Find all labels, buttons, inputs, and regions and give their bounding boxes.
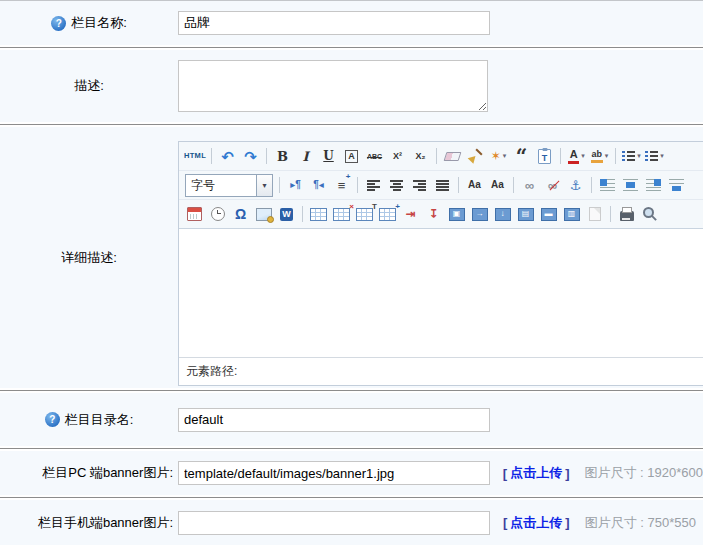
toolbar-separator [591,177,592,193]
anchor-icon[interactable]: ⚓ [565,175,586,196]
description-label-cell: 描述: [0,77,178,95]
help-icon[interactable]: ? [51,16,66,31]
link-icon[interactable]: ∞ [519,175,540,196]
split-cols-icon[interactable]: ▥ [561,204,582,225]
bold-icon[interactable]: B [272,146,293,167]
font-border-icon[interactable]: A [341,146,362,167]
font-size-select[interactable]: 字号▾ [185,174,273,197]
subscript-icon[interactable]: X₂ [410,146,431,167]
to-uppercase-icon[interactable]: Aa [464,175,485,196]
font-color-icon[interactable]: A▾ [566,146,587,167]
bracket-open: [ [500,466,510,481]
editor-status-bar: 元素路径: [179,357,703,385]
pc-banner-size-hint: 图片尺寸 : 1920*600 [584,464,703,482]
table-header-icon[interactable]: ▤ [515,204,536,225]
form-row-mobile-banner: 栏目手机端banner图片: [点击上传] 图片尺寸 : 750*550 [0,500,703,545]
form-row-directory: ? 栏目目录名: [0,393,703,446]
mobile-banner-label-cell: 栏目手机端banner图片: [0,514,178,532]
clear-format-broom-icon[interactable] [465,146,486,167]
italic-icon[interactable]: I [295,146,316,167]
help-icon[interactable]: ? [45,412,60,427]
superscript-icon[interactable]: X² [387,146,408,167]
mobile-banner-upload-link[interactable]: 点击上传 [510,514,562,532]
font-size-value: 字号 [186,177,256,194]
undo-icon[interactable]: ↶ [217,146,238,167]
print-icon[interactable] [616,204,637,225]
insert-row-icon[interactable] [377,204,398,225]
image-center-icon[interactable] [666,175,687,196]
description-textarea[interactable] [178,60,488,112]
align-justify-icon[interactable] [432,175,453,196]
form-row-description: 描述: [0,50,703,122]
chevron-down-icon: ▾ [637,152,641,160]
toolbar-separator [279,177,280,193]
row-separator [0,495,703,500]
unlink-icon[interactable]: ∞ [542,175,563,196]
insert-table-icon[interactable] [308,204,329,225]
delete-col-icon[interactable]: ↧ [423,204,444,225]
to-lowercase-icon[interactable]: Aa [487,175,508,196]
split-cell-right-icon[interactable]: → [469,204,490,225]
toolbar-separator [357,177,358,193]
table-title-icon[interactable] [354,204,375,225]
import-word-icon[interactable]: W [276,204,297,225]
detail-label: 详细描述: [61,249,117,267]
strikethrough-icon[interactable]: ABC [364,146,385,167]
image-float-left-icon[interactable] [597,175,618,196]
screenshot-icon[interactable] [253,204,274,225]
blockquote-icon[interactable]: “ [511,146,532,167]
toolbar-separator [266,148,267,164]
insert-col-icon[interactable]: ⇥ [400,204,421,225]
highlight-color-icon[interactable]: ab▾ [589,146,610,167]
page-break-icon[interactable] [584,204,605,225]
pc-banner-upload-wrap: [点击上传] [500,464,573,482]
mobile-banner-input[interactable] [178,511,490,535]
ordered-list-icon[interactable]: ▾ [621,146,642,167]
toolbar-separator [513,177,514,193]
pc-banner-upload-link[interactable]: 点击上传 [510,464,562,482]
align-center-icon[interactable] [386,175,407,196]
chevron-down-icon: ▾ [256,175,272,196]
mobile-banner-label: 栏目手机端banner图片: [38,514,173,532]
unordered-list-icon[interactable]: ▾ [644,146,665,167]
source-code-button[interactable]: HTML [184,146,206,167]
toolbar-separator [560,148,561,164]
preview-icon[interactable] [639,204,660,225]
chevron-down-icon: ▾ [660,152,664,160]
outdent-icon[interactable]: ¶◂ [308,175,329,196]
directory-label: 栏目目录名: [65,411,134,429]
chevron-down-icon: ▾ [503,152,507,160]
element-path-label: 元素路径: [186,363,237,380]
bracket-open: [ [500,515,510,530]
pc-banner-input[interactable] [178,461,490,485]
bracket-close: ] [562,466,572,481]
editor-body[interactable] [179,229,703,357]
delete-table-icon[interactable] [331,204,352,225]
mobile-banner-upload-wrap: [点击上传] [500,514,573,532]
special-chars-icon[interactable]: Ω [230,204,251,225]
split-cell-down-icon[interactable]: ↓ [492,204,513,225]
rich-text-editor: HTML↶↷BIUAABCX²X₂✶▾“A▾ab▾▾▾字号▾▸¶¶◂≡AaAa∞… [178,141,703,386]
align-right-icon[interactable] [409,175,430,196]
column-edit-form: ? 栏目名称: 描述: 详细描述: HTML↶↷BIUAABCX²X₂✶▾“A▾… [0,0,703,545]
line-height-icon[interactable]: ≡ [331,175,352,196]
underline-icon[interactable]: U [318,146,339,167]
toolbar-separator [211,148,212,164]
column-name-label: 栏目名称: [71,14,127,32]
image-float-right-icon[interactable] [643,175,664,196]
eraser-icon[interactable] [442,146,463,167]
align-left-icon[interactable] [363,175,384,196]
insert-date-icon[interactable] [184,204,205,225]
merge-cells-icon[interactable]: ▣ [446,204,467,225]
auto-typeset-icon[interactable]: ✶▾ [488,146,509,167]
indent-icon[interactable]: ▸¶ [285,175,306,196]
paste-text-icon[interactable] [534,146,555,167]
row-separator [0,122,703,127]
insert-time-icon[interactable] [207,204,228,225]
split-rows-icon[interactable]: ▬ [538,204,559,225]
image-inline-icon[interactable] [620,175,641,196]
directory-input[interactable] [178,408,490,432]
column-name-input[interactable] [178,11,490,35]
toolbar-separator [436,148,437,164]
redo-icon[interactable]: ↷ [240,146,261,167]
